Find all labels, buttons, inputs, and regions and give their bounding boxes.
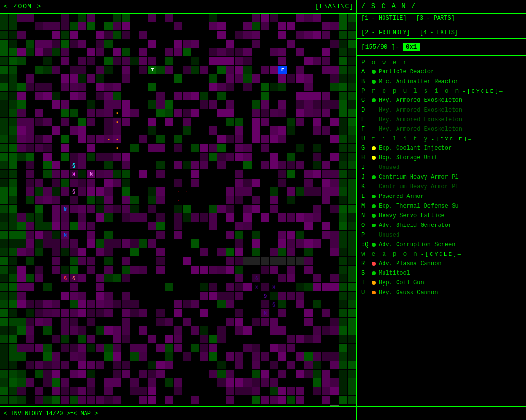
dot-h [372,156,376,160]
key-e: E [361,115,369,124]
utility-title: U t i l i t y [361,135,429,142]
zoom-label: < ZOOM > [4,3,42,10]
part-item-k[interactable]: K Centrium Heavy Armor Pl [357,182,526,192]
part-item-r[interactable]: R Adv. Plasma Cannon [357,259,526,268]
part-name-t: Hyp. Coil Gun [379,279,424,287]
part-item-d[interactable]: D Hvy. Armored Exoskeleton [357,105,526,115]
part-item-j[interactable]: J Centrium Heavy Armor Pl [357,172,526,182]
scan-header: / S C A N / [357,0,526,14]
part-name-r: Adv. Plasma Cannon [379,259,441,268]
laic-label: [L\A\I\C] [315,3,354,10]
part-name-l: Powered Armor [379,192,424,201]
key-d: D [361,106,369,114]
key-c: C [361,96,369,105]
part-item-e[interactable]: E Hvy. Armored Exoskeleton [357,115,526,125]
part-item-i[interactable]: I Unused [357,163,526,172]
dot-n [372,214,376,218]
part-item-m[interactable]: M Exp. Thermal Defense Su [357,201,526,211]
dot-u [372,291,376,294]
propulsion-title: P r o p u l s i o n [361,87,460,95]
part-item-s[interactable]: ▶ S Multitool [357,268,526,278]
bottom-bar: < INVENTORY 14/20 > =< MAP > [0,406,357,420]
dot-q [372,243,376,247]
map-canvas [0,14,357,406]
part-name-n: Heavy Servo Lattice [379,211,445,220]
part-item-b[interactable]: B Mic. Antimatter Reactor [357,77,526,86]
key-k: K [361,182,369,191]
dot-l [372,195,376,198]
key-i: I [361,163,369,172]
dot-s [372,271,376,275]
key-n: N [361,211,369,220]
sidebar: / S C A N / [1 - HOSTILE] [3 - PARTS] [2… [357,0,526,420]
key-b: B [361,77,369,86]
key-l: L [361,192,369,201]
main-container: < ZOOM > [L\A\I\C] < INVENTORY 14/20 > =… [0,0,526,420]
dot-m [372,204,376,208]
key-q: :Q [361,240,369,249]
part-name-m: Exp. Thermal Defense Su [379,202,459,210]
part-item-q[interactable]: :Q Adv. Corruption Screen [357,240,526,250]
key-a: A [361,68,369,76]
game-canvas [0,14,357,406]
scan-parts[interactable]: [3 - PARTS] [416,15,455,22]
power-title: P o w e r [361,59,408,66]
part-name-o: Adv. Shield Generator [379,221,452,230]
utility-cycle: -[CYCLE]— [431,136,472,142]
part-name-s: Multitool [379,269,410,278]
dot-c [372,98,376,102]
part-name-q: Adv. Corruption Screen [379,240,455,249]
section-power: P o w e r [357,58,526,67]
part-item-n[interactable]: N Heavy Servo Lattice [357,211,526,221]
part-name-i: Unused [379,163,399,172]
map-label[interactable]: =< MAP > [70,410,98,417]
part-item-c[interactable]: C Hvy. Armored Exoskeleton [357,96,526,105]
dot-j [372,175,376,179]
dot-b [372,80,376,84]
key-f: F [361,125,369,134]
part-item-p[interactable]: P Unused [357,230,526,240]
inventory-label[interactable]: < INVENTORY 14/20 > [4,410,70,417]
health-multiplier: 0x1 [403,43,420,51]
key-r: R [361,259,369,268]
section-utility: U t i l i t y -[CYCLE]— [357,134,526,143]
part-name-h: Hcp. Storage Unit [379,154,438,162]
section-propulsion: P r o p u l s i o n -[CYCLE]— [357,86,526,96]
sidebar-bottom [357,406,526,420]
key-j: J [361,173,369,182]
key-s: S [361,269,369,278]
key-g: G [361,144,369,153]
part-item-t[interactable]: T Hyp. Coil Gun [357,278,526,288]
part-name-e: Hvy. Armored Exoskeleton [379,115,462,124]
part-item-f[interactable]: F Hvy. Armored Exoskeleton [357,125,526,134]
part-item-a[interactable]: A Particle Reactor [357,67,526,77]
dot-o [372,224,376,227]
scan-row-1: [1 - HOSTILE] [3 - PARTS] [361,15,522,22]
section-weapon: W e a p o n -[CYCLE]— [357,250,526,259]
parts-list[interactable]: P o w e r A Particle Reactor B Mic. Anti… [357,56,526,406]
part-item-h[interactable]: H Hcp. Storage Unit [357,153,526,163]
scan-title: / S C A N / [361,2,416,10]
key-m: M [361,202,369,210]
key-o: O [361,221,369,230]
part-name-d: Hvy. Armored Exoskeleton [379,106,462,114]
top-bar: < ZOOM > [L\A\I\C] [0,0,357,14]
key-p: P [361,231,369,239]
part-item-g[interactable]: G Exp. Coolant Injector [357,143,526,153]
scan-friendly[interactable]: [2 - FRIENDLY] [361,29,410,36]
key-u: U [361,288,369,297]
health-current: [155/90 ]- [361,43,399,51]
dot-g [372,146,376,150]
scan-exits[interactable]: [4 - EXITS] [420,29,458,36]
dot-t [372,281,376,285]
part-item-l[interactable]: L Powered Armor [357,192,526,201]
part-item-u[interactable]: U Hvy. Gauss Cannon [357,288,526,297]
scan-options: [1 - HOSTILE] [3 - PARTS] [2 - FRIENDLY]… [357,14,526,39]
part-name-j: Centrium Heavy Armor Pl [379,173,459,182]
scan-hostile[interactable]: [1 - HOSTILE] [361,15,407,22]
inventory-header: [155/90 ]- 0x1 [357,39,526,56]
propulsion-cycle: -[CYCLE]— [462,88,504,94]
part-name-u: Hvy. Gauss Cannon [379,288,438,297]
part-item-o[interactable]: O Adv. Shield Generator [357,221,526,230]
part-name-k: Centrium Heavy Armor Pl [379,182,459,191]
